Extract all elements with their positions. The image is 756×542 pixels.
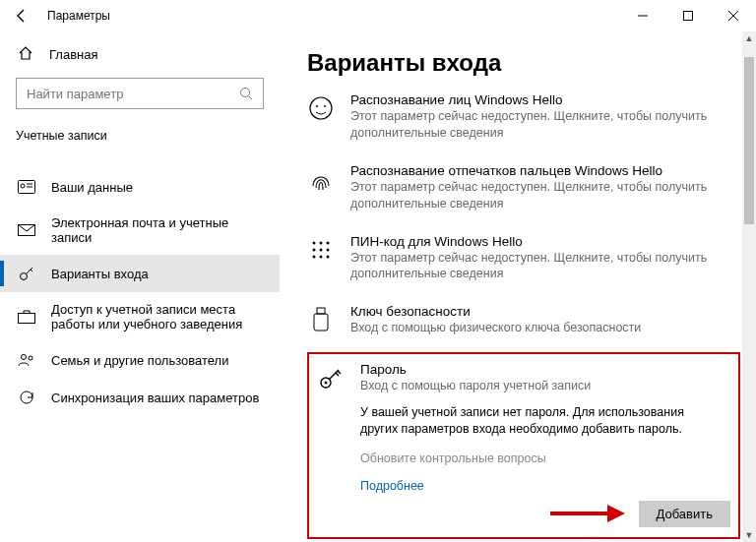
minimize-button[interactable] <box>620 0 665 31</box>
option-title: Пароль <box>360 362 730 377</box>
option-desc: Этот параметр сейчас недоступен. Щелкнит… <box>350 250 715 283</box>
svg-point-20 <box>313 241 316 244</box>
svg-rect-14 <box>19 314 35 324</box>
svg-point-23 <box>313 248 316 251</box>
close-icon <box>728 11 738 21</box>
maximize-button[interactable] <box>665 0 711 31</box>
svg-point-27 <box>320 255 323 258</box>
maximize-icon <box>683 11 693 21</box>
svg-point-25 <box>327 248 330 251</box>
pin-keypad-icon <box>307 236 335 264</box>
minimize-icon <box>638 11 648 21</box>
people-icon <box>18 351 35 369</box>
option-title: Ключ безопасности <box>350 304 740 319</box>
sidebar: Главная Найти параметр Учетные записи Ва… <box>0 31 280 542</box>
annotation-arrow <box>548 503 627 524</box>
svg-rect-30 <box>314 314 328 331</box>
svg-point-11 <box>21 273 28 280</box>
option-desc: Вход с помощью физического ключа безопас… <box>350 320 715 336</box>
sidebar-item-label: Варианты входа <box>51 267 149 281</box>
password-body: У вашей учетной записи нет пароля. Для и… <box>360 404 715 438</box>
sidebar-item-label: Доступ к учетной записи места работы или… <box>51 302 258 331</box>
svg-line-34 <box>336 373 339 376</box>
svg-line-13 <box>31 270 32 271</box>
option-desc: Этот параметр сейчас недоступен. Щелкнит… <box>350 179 715 212</box>
face-icon <box>307 94 335 122</box>
sidebar-item-label: Синхронизация ваших параметров <box>51 391 259 405</box>
sidebar-item-label: Ваши данные <box>51 180 133 195</box>
mail-icon <box>18 221 35 239</box>
update-questions-link[interactable]: Обновите контрольные вопросы <box>360 452 730 465</box>
sync-icon <box>18 389 35 406</box>
option-security-key[interactable]: Ключ безопасности Вход с помощью физичес… <box>307 296 740 350</box>
search-placeholder: Найти параметр <box>27 87 123 101</box>
option-title: ПИН-код для Windows Hello <box>350 234 740 249</box>
briefcase-icon <box>18 308 35 326</box>
option-title: Распознавание лиц Windows Hello <box>350 92 740 107</box>
option-pin[interactable]: ПИН-код для Windows Hello Этот параметр … <box>307 226 740 297</box>
search-input[interactable]: Найти параметр <box>16 78 264 109</box>
scroll-up-icon[interactable]: ▲ <box>742 31 756 45</box>
section-header: Учетные записи <box>16 129 264 151</box>
sidebar-item-label: Электронная почта и учетные записи <box>51 215 262 245</box>
titlebar: Параметры <box>0 0 756 31</box>
window-title: Параметры <box>47 9 110 23</box>
option-desc: Этот параметр сейчас недоступен. Щелкнит… <box>350 108 715 142</box>
svg-line-5 <box>249 96 253 100</box>
home-icon <box>18 45 33 64</box>
sidebar-item-sync[interactable]: Синхронизация ваших параметров <box>16 379 264 416</box>
usb-key-icon <box>307 306 335 333</box>
svg-point-28 <box>327 255 330 258</box>
svg-point-16 <box>29 356 32 360</box>
svg-point-7 <box>21 184 25 188</box>
sidebar-item-signin-options[interactable]: Варианты входа <box>0 255 280 292</box>
option-title: Распознавание отпечатков пальцев Windows… <box>350 163 740 178</box>
sidebar-item-work-access[interactable]: Доступ к учетной записи места работы или… <box>16 292 264 341</box>
vertical-scrollbar[interactable]: ▲ ▼ <box>742 31 756 542</box>
home-label: Главная <box>49 47 97 62</box>
svg-point-17 <box>310 97 332 119</box>
sidebar-item-your-info[interactable]: Ваши данные <box>16 168 264 206</box>
key-icon <box>18 265 35 282</box>
nav-list: Ваши данные Электронная почта и учетные … <box>16 168 264 416</box>
svg-point-22 <box>327 241 330 244</box>
option-fingerprint[interactable]: Распознавание отпечатков пальцев Windows… <box>307 155 740 226</box>
svg-point-19 <box>324 105 326 107</box>
fingerprint-icon <box>307 165 335 193</box>
sidebar-item-family[interactable]: Семья и другие пользователи <box>16 341 264 379</box>
svg-point-26 <box>313 255 316 258</box>
add-button[interactable]: Добавить <box>639 501 730 527</box>
home-link[interactable]: Главная <box>16 39 264 78</box>
close-button[interactable] <box>711 0 756 31</box>
scroll-down-icon[interactable]: ▼ <box>742 528 756 542</box>
svg-point-32 <box>325 382 328 385</box>
person-card-icon <box>18 178 35 196</box>
svg-point-24 <box>320 248 323 251</box>
password-highlight-box: Пароль Вход с помощью пароля учетной зап… <box>307 352 740 539</box>
scrollbar-thumb[interactable] <box>744 57 754 224</box>
svg-rect-1 <box>684 12 693 21</box>
main-panel: Варианты входа Распознавание лиц Windows… <box>280 31 756 542</box>
key-icon <box>317 364 345 391</box>
option-face[interactable]: Распознавание лиц Windows Hello Этот пар… <box>307 85 740 155</box>
svg-point-18 <box>316 105 318 107</box>
sidebar-item-label: Семья и другие пользователи <box>51 353 228 368</box>
search-icon <box>239 87 253 100</box>
option-desc: Вход с помощью пароля учетной записи <box>360 378 724 394</box>
option-password[interactable]: Пароль Вход с помощью пароля учетной зап… <box>317 360 730 527</box>
svg-point-4 <box>241 89 250 97</box>
svg-point-15 <box>22 355 27 360</box>
svg-marker-37 <box>607 505 625 522</box>
svg-rect-29 <box>317 308 325 314</box>
arrow-left-icon <box>15 9 29 23</box>
sidebar-item-email-accounts[interactable]: Электронная почта и учетные записи <box>16 206 264 255</box>
svg-line-35 <box>338 371 341 374</box>
page-title: Варианты входа <box>307 49 740 77</box>
back-button[interactable] <box>10 4 33 28</box>
svg-point-21 <box>320 241 323 244</box>
learn-more-link[interactable]: Подробнее <box>360 479 730 493</box>
